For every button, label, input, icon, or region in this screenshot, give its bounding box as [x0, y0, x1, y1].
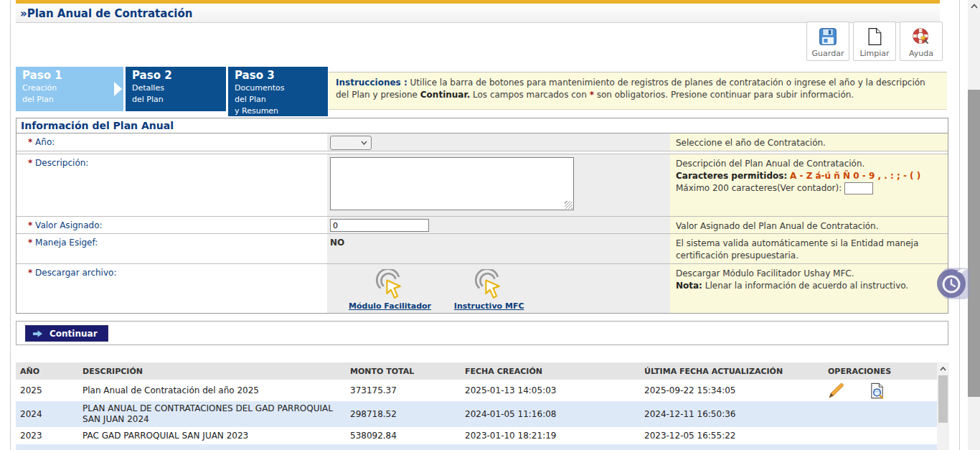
continue-arrow-icon [32, 329, 43, 338]
blank-page-icon [864, 27, 885, 47]
page-title: »Plan Anual de Contratación [20, 7, 192, 20]
plans-table-header: AÑO DESCRIPCIÓN MONTO TOTAL FECHA CREACI… [16, 362, 937, 380]
plan-form: Información del Plan Anual * Año: Selecc… [16, 118, 948, 314]
cell-amount: 538092.84 [350, 431, 465, 441]
form-row-ano: * Año: Seleccione el año de Contratación… [17, 133, 948, 151]
click-download-icon [473, 269, 506, 301]
timer-extension-widget[interactable] [935, 266, 971, 301]
cell-operations [824, 383, 937, 399]
esigef-label-cell: * Maneja Esigef: [17, 234, 327, 263]
pencil-icon[interactable] [828, 383, 844, 399]
form-section-title: Información del Plan Anual [17, 118, 948, 133]
valor-label: Valor Asignado: [35, 220, 102, 230]
esigef-control-cell: NO [327, 234, 670, 263]
cell-description: PAC GAD PARROQUIAL SAN JUAN 2023 [83, 431, 350, 441]
form-row-descargar: * Descargar archivo: Módulo Facilitador [17, 264, 948, 313]
valor-help-cell: Valor Asignado del Plan Anual de Contrat… [670, 217, 948, 233]
cell-year: 2025 [16, 385, 83, 395]
step-1-line2: del Plan [22, 94, 123, 106]
help-button[interactable]: Ayuda [900, 22, 943, 61]
instructions-continuar-bold: Continuar. [420, 90, 470, 100]
scroll-up-icon[interactable] [937, 362, 949, 375]
descargar-help-cell: Descargar Módulo Facilitador Ushay MFC. … [670, 264, 948, 313]
table-row-2022: 2022 PAC GAD PARROQUIAL SAN JUAN 2022 27… [16, 444, 937, 450]
header-ano: AÑO [16, 367, 83, 376]
step-1-creacion[interactable]: Paso 1 Creación del Plan [16, 67, 123, 111]
step-1-title: Paso 1 [22, 69, 123, 83]
step-3-line3: y Resumen [235, 106, 328, 117]
ano-control-cell [327, 133, 670, 151]
esigef-help-cell: El sistema valida automáticamente si la … [670, 234, 948, 263]
modulo-facilitador-link[interactable]: Módulo Facilitador [349, 269, 431, 311]
descargar-label: Descargar archivo: [35, 268, 116, 278]
continue-button[interactable]: Continuar [25, 325, 108, 342]
ano-help-text: Seleccione el año de Contratación. [676, 138, 826, 148]
caracteres-permitidos-label: Caracteres permitidos: [676, 171, 787, 181]
table-scrollbar-thumb[interactable] [938, 375, 948, 423]
valor-input[interactable] [330, 219, 429, 232]
required-asterisk: * [28, 268, 32, 278]
char-counter-input[interactable] [844, 182, 873, 194]
left-border-rule [10, 0, 11, 450]
header-operaciones: OPERACIONES [824, 367, 937, 376]
step-3-documentos[interactable]: Paso 3 Documentos del Plan y Resumen [228, 67, 328, 116]
cell-year: 2024 [16, 409, 83, 419]
continue-bar: Continuar [16, 321, 948, 345]
resize-grip-icon[interactable] [565, 201, 573, 209]
timer-widget-icon [935, 266, 969, 300]
life-ring-icon [911, 27, 931, 47]
page-scrollbar-thumb[interactable] [968, 90, 980, 397]
instructivo-mfc-label: Instructivo MFC [454, 301, 524, 311]
cell-created: 2025-01-13 14:05:03 [465, 385, 644, 395]
step-3-line2: del Plan [235, 94, 328, 106]
descripcion-label-cell: * Descripción: [17, 154, 327, 216]
nota-label: Nota: [676, 281, 702, 291]
scroll-up-icon[interactable] [968, 0, 980, 12]
cell-amount: 373175.37 [350, 385, 465, 395]
form-row-descripcion: * Descripción: Descripción del Plan Anua… [17, 154, 948, 217]
chevron-down-icon [361, 141, 367, 145]
step-2-detalles[interactable]: Paso 2 Detalles del Plan [126, 67, 226, 111]
form-row-esigef: * Maneja Esigef: NO El sistema valida au… [17, 234, 948, 264]
valor-label-cell: * Valor Asignado: [17, 217, 327, 233]
esigef-help-text: El sistema valida automáticamente si la … [676, 238, 918, 261]
table-scrollbar[interactable] [937, 362, 949, 450]
step-1-line1: Creación [22, 83, 123, 94]
ano-help-cell: Seleccione el año de Contratación. [670, 133, 948, 151]
table-row-2023: 2023 PAC GAD PARROQUIAL SAN JUAN 2023 53… [16, 427, 937, 444]
esigef-value: NO [330, 236, 670, 248]
form-row-valor: * Valor Asignado: Valor Asignado del Pla… [17, 217, 948, 234]
save-button[interactable]: Guardar [806, 22, 849, 61]
descripcion-help-cell: Descripción del Plan Anual de Contrataci… [670, 154, 948, 216]
table-row-2024: 2024 PLAN ANUAL DE CONTRATACIONES DEL GA… [16, 401, 937, 427]
page-scrollbar[interactable] [968, 0, 980, 450]
preview-document-icon[interactable] [869, 383, 885, 399]
cell-description: PLAN ANUAL DE CONTRATACIONES DEL GAD PAR… [83, 403, 350, 425]
header-ultima-actualizacion: ÚLTIMA FECHA ACTUALIZACIÓN [644, 367, 824, 376]
cell-created: 2024-01-05 11:16:08 [465, 409, 644, 419]
step-2-title: Paso 2 [132, 69, 226, 83]
required-asterisk: * [28, 238, 32, 248]
max-caracteres-text: Máximo 200 caracteres(Ver contador): [676, 183, 842, 193]
ano-label-cell: * Año: [17, 133, 327, 151]
clear-button[interactable]: Limpiar [853, 22, 896, 61]
esigef-label: Maneja Esigef: [35, 238, 98, 248]
plan-anual-page: »Plan Anual de Contratación Guardar Limp… [0, 0, 980, 450]
descargar-help-line1: Descargar Módulo Facilitador Ushay MFC. [676, 268, 941, 280]
year-select[interactable] [330, 136, 372, 150]
required-asterisk: * [28, 137, 32, 147]
nota-text: Llenar la información de acuerdo al inst… [702, 281, 908, 291]
table-row-2025: 2025 Plan Anual de Contratación del año … [16, 380, 937, 401]
descripcion-label: Descripción: [35, 158, 88, 168]
cell-description: Plan Anual de Contratación del año 2025 [83, 385, 350, 396]
descripcion-textarea[interactable] [330, 157, 574, 210]
instructivo-mfc-link[interactable]: Instructivo MFC [454, 269, 524, 311]
valor-control-cell [327, 217, 670, 233]
step-arrow-icon [114, 82, 122, 96]
step-2-line1: Detalles [132, 83, 226, 94]
save-button-label: Guardar [812, 49, 844, 58]
instructions-label: Instrucciones : [336, 78, 407, 88]
title-bar: »Plan Anual de Contratación [16, 4, 940, 23]
descripcion-help-line1: Descripción del Plan Anual de Contrataci… [676, 158, 941, 170]
instructions-text-3: son obligatorios. Presione continuar par… [594, 90, 854, 100]
